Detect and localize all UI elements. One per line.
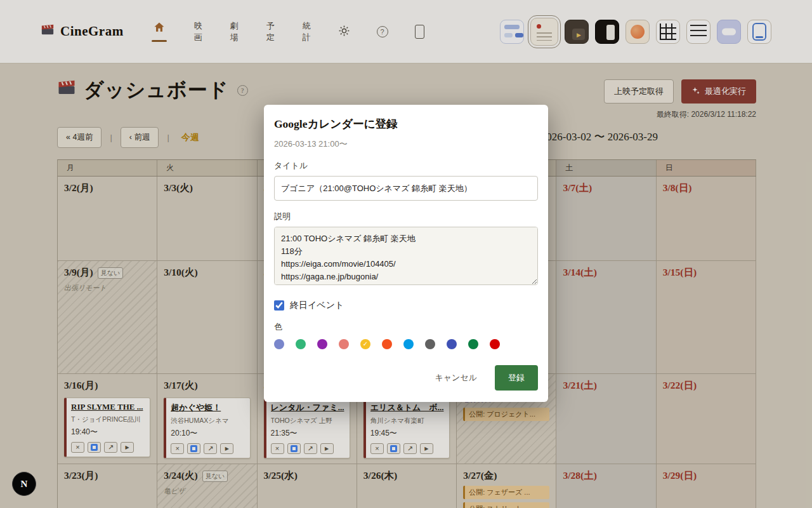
cancel-button[interactable]: キャンセル: [426, 366, 486, 390]
color-dot-lavender[interactable]: [274, 339, 284, 349]
register-button[interactable]: 登録: [495, 365, 538, 391]
allday-checkbox[interactable]: [274, 300, 284, 311]
color-dot-tangerine[interactable]: [382, 339, 392, 349]
color-dot-graphite[interactable]: [425, 339, 435, 349]
allday-label: 終日イベント: [290, 300, 344, 311]
color-dot-grape[interactable]: [317, 339, 327, 349]
color-dot-tomato[interactable]: [490, 339, 500, 349]
event-description-label: 説明: [274, 211, 538, 222]
event-title-input[interactable]: [274, 176, 538, 201]
color-dot-flamingo[interactable]: [339, 339, 349, 349]
modal-title: Googleカレンダーに登録: [274, 116, 538, 131]
color-dot-peacock[interactable]: [403, 339, 414, 349]
gcal-register-modal: Googleカレンダーに登録 2026-03-13 21:00〜 タイトル 説明…: [264, 105, 548, 402]
color-dot-banana[interactable]: ✓: [360, 339, 370, 349]
event-description-textarea[interactable]: 21:00 TOHOシネマズ 錦糸町 楽天地 118分 https://eiga…: [274, 227, 538, 285]
event-title-label: タイトル: [274, 160, 538, 171]
color-dot-blueberry[interactable]: [447, 339, 457, 349]
modal-actions: キャンセル 登録: [274, 365, 538, 391]
color-dot-sage[interactable]: [296, 339, 306, 349]
color-palette: ✓: [274, 339, 538, 349]
nextjs-dev-indicator[interactable]: N: [12, 472, 36, 496]
event-datetime: 2026-03-13 21:00〜: [274, 138, 538, 150]
allday-row: 終日イベント: [274, 300, 538, 311]
color-dot-basil[interactable]: [468, 339, 478, 349]
color-label: 色: [274, 321, 538, 333]
